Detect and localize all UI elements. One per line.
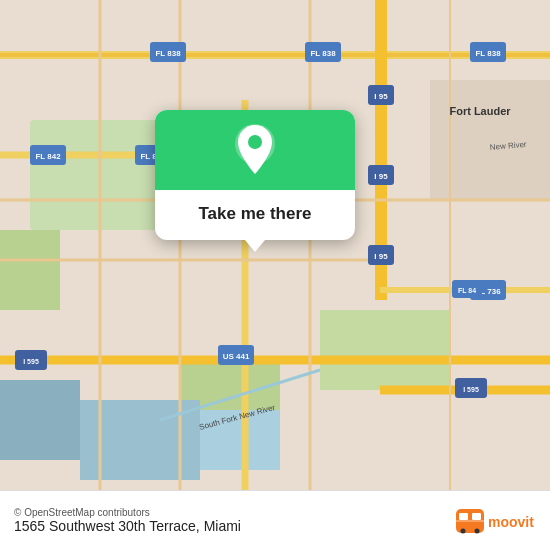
svg-text:US 441: US 441 [223,352,250,361]
svg-rect-59 [459,513,468,520]
svg-point-61 [461,528,466,533]
osm-credit: © OpenStreetMap contributors [14,507,241,518]
svg-text:moovit: moovit [488,514,534,530]
svg-text:I 95: I 95 [374,252,388,261]
svg-text:Fort Lauder: Fort Lauder [449,105,511,117]
svg-text:FL 838: FL 838 [310,49,336,58]
svg-rect-4 [320,310,450,390]
popup-card: Take me there [155,110,355,240]
svg-text:I 95: I 95 [374,92,388,101]
svg-point-57 [248,135,262,149]
svg-text:I 595: I 595 [23,358,39,365]
svg-rect-60 [472,513,481,520]
svg-rect-63 [456,520,484,522]
location-pin-icon [233,123,277,177]
svg-rect-3 [0,230,60,310]
svg-text:FL 838: FL 838 [475,49,501,58]
map-container: FL 838 FL 838 FL 838 I 95 I 95 I 95 FL 8… [0,0,550,490]
svg-text:FL 842: FL 842 [35,152,61,161]
svg-text:FL 838: FL 838 [155,49,181,58]
map-svg: FL 838 FL 838 FL 838 I 95 I 95 I 95 FL 8… [0,0,550,490]
svg-text:FL 84: FL 84 [458,287,476,294]
moovit-logo: moovit [456,505,536,537]
popup-icon-area [155,110,355,190]
svg-point-62 [475,528,480,533]
svg-rect-6 [0,380,80,460]
svg-text:I 95: I 95 [374,172,388,181]
svg-text:I 595: I 595 [463,386,479,393]
svg-rect-2 [30,120,160,230]
bottom-bar: © OpenStreetMap contributors 1565 Southw… [0,490,550,550]
moovit-logo-icon: moovit [456,505,536,537]
svg-rect-9 [430,80,550,200]
bottom-info: © OpenStreetMap contributors 1565 Southw… [14,507,241,534]
address-text: 1565 Southwest 30th Terrace, Miami [14,518,241,534]
take-me-there-button[interactable]: Take me there [190,202,319,226]
